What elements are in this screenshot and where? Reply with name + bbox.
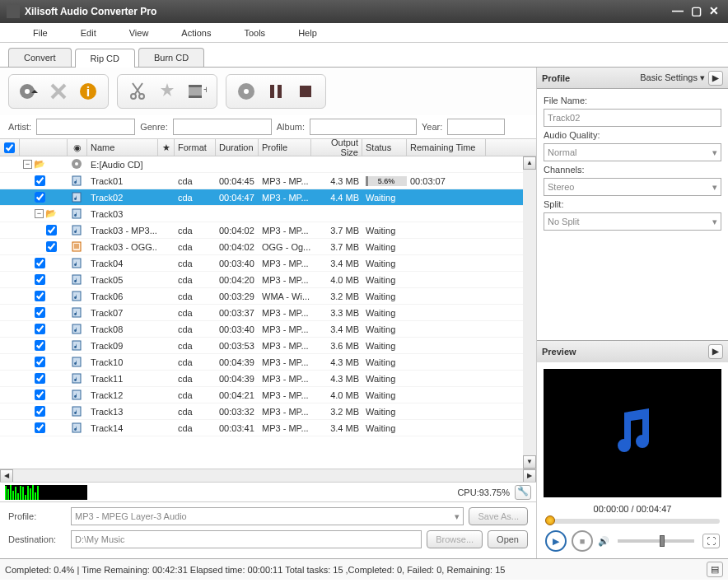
col-profile[interactable]: Profile xyxy=(259,139,311,156)
vertical-scrollbar[interactable]: ▲ ▼ xyxy=(523,156,536,469)
table-row[interactable]: Track12cda00:04:21MP3 - MP...4.0 MBWaiti… xyxy=(0,387,536,403)
table-row[interactable]: Track14cda00:03:41MP3 - MP...3.4 MBWaiti… xyxy=(0,420,536,436)
seek-thumb[interactable] xyxy=(545,515,555,525)
table-row[interactable]: Track02cda00:04:47MP3 - MP...4.4 MBWaiti… xyxy=(0,189,536,206)
row-checkbox[interactable] xyxy=(35,406,45,417)
split-select[interactable]: No Split▾ xyxy=(544,212,721,231)
statusbar-detail-button[interactable]: ▤ xyxy=(707,562,723,577)
table-row[interactable]: Track04cda00:03:40MP3 - MP...3.4 MBWaiti… xyxy=(0,255,536,272)
table-row[interactable]: Track13cda00:03:32MP3 - MP...3.2 MBWaiti… xyxy=(0,403,536,420)
save-as-button[interactable]: Save As... xyxy=(469,507,528,525)
table-row[interactable]: Track07cda00:03:37MP3 - MP...3.3 MBWaiti… xyxy=(0,305,536,321)
profile-collapse-button[interactable]: ▶ xyxy=(708,71,723,86)
row-checkbox[interactable] xyxy=(35,373,45,384)
row-checkbox[interactable] xyxy=(35,274,45,285)
genre-input[interactable] xyxy=(173,119,272,135)
seek-slider[interactable] xyxy=(545,519,720,524)
titlebar[interactable]: Xilisoft Audio Converter Pro — ▢ ✕ xyxy=(0,0,728,23)
table-row[interactable]: Track03 - OGG...cda00:04:02OGG - Og...3.… xyxy=(0,239,536,255)
table-row[interactable]: Track01cda00:04:45MP3 - MP...4.3 MB5.6%0… xyxy=(0,173,536,189)
maximize-button[interactable]: ▢ xyxy=(688,5,703,18)
menu-help[interactable]: Help xyxy=(282,28,334,38)
table-row[interactable]: Track11cda00:04:39MP3 - MP...4.3 MBWaiti… xyxy=(0,371,536,387)
remove-button[interactable] xyxy=(45,78,72,105)
quality-select[interactable]: Normal▾ xyxy=(544,143,721,161)
col-name[interactable]: Name xyxy=(87,139,158,156)
row-checkbox[interactable] xyxy=(35,422,45,433)
pause-button[interactable] xyxy=(263,78,289,105)
table-row[interactable]: Track05cda00:04:20MP3 - MP...4.0 MBWaiti… xyxy=(0,272,536,288)
row-checkbox[interactable] xyxy=(35,258,45,268)
menu-view[interactable]: View xyxy=(113,28,166,38)
destination-input[interactable]: D:\My Music xyxy=(71,530,422,548)
row-checkbox[interactable] xyxy=(35,175,45,186)
year-input[interactable] xyxy=(447,119,505,135)
horizontal-scrollbar[interactable]: ◀ ▶ xyxy=(0,469,536,482)
tree-toggle[interactable]: − xyxy=(23,160,32,169)
row-checkbox[interactable] xyxy=(35,291,45,301)
browse-button[interactable]: Browse... xyxy=(427,530,483,548)
open-button[interactable]: Open xyxy=(488,530,528,548)
disc-dropdown-button[interactable] xyxy=(16,78,42,105)
snapshot-button[interactable]: ⛶ xyxy=(702,534,720,548)
col-remaining[interactable]: Remaining Time xyxy=(407,139,486,156)
row-checkbox[interactable] xyxy=(46,225,57,236)
row-checkbox[interactable] xyxy=(35,389,45,400)
scroll-left-button[interactable]: ◀ xyxy=(0,469,13,483)
table-row[interactable]: Track10cda00:04:39MP3 - MP...4.3 MBWaiti… xyxy=(0,354,536,371)
tree-toggle[interactable]: − xyxy=(35,209,44,218)
row-checkbox[interactable] xyxy=(35,307,45,318)
volume-slider[interactable] xyxy=(618,539,694,543)
close-button[interactable]: ✕ xyxy=(707,5,721,18)
menu-tools[interactable]: Tools xyxy=(227,28,282,38)
row-checkbox[interactable] xyxy=(35,357,45,367)
table-row[interactable]: Track06cda00:03:29WMA - Wi...3.2 MBWaiti… xyxy=(0,288,536,305)
table-row[interactable]: −📂E:[Audio CD] xyxy=(0,156,536,173)
table-row[interactable]: Track03 - MP3...cda00:04:02MP3 - MP...3.… xyxy=(0,222,536,239)
channels-select[interactable]: Stereo▾ xyxy=(544,178,721,196)
tab-burn-cd[interactable]: Burn CD xyxy=(138,48,204,67)
volume-thumb[interactable] xyxy=(660,535,665,547)
col-format[interactable]: Format xyxy=(175,139,216,156)
preview-collapse-button[interactable]: ▶ xyxy=(708,344,723,359)
col-duration[interactable]: Duration xyxy=(216,139,259,156)
tab-convert[interactable]: Convert xyxy=(8,48,72,67)
artist-input[interactable] xyxy=(36,119,135,135)
add-clip-button[interactable]: + xyxy=(184,78,210,105)
col-icon-header[interactable]: ◉ xyxy=(68,139,87,156)
stop-button[interactable] xyxy=(292,78,319,105)
row-checkbox[interactable] xyxy=(46,241,57,252)
menu-file[interactable]: File xyxy=(16,28,64,38)
cut-button[interactable] xyxy=(124,78,151,105)
info-button[interactable]: i xyxy=(75,78,101,105)
scroll-up-button[interactable]: ▲ xyxy=(523,156,536,170)
filename-input[interactable]: Track02 xyxy=(544,109,721,127)
effects-button[interactable] xyxy=(154,78,180,105)
svg-text:i: i xyxy=(86,85,90,99)
table-row[interactable]: −📂Track03 xyxy=(0,206,536,222)
profile-combo[interactable]: MP3 - MPEG Layer-3 Audio▾ xyxy=(71,507,464,525)
select-all-checkbox[interactable] xyxy=(4,142,15,153)
player-stop-button[interactable]: ■ xyxy=(572,530,593,552)
col-star[interactable]: ★ xyxy=(158,139,175,156)
minimize-button[interactable]: — xyxy=(670,5,685,18)
col-output-size[interactable]: Output Size xyxy=(311,139,362,156)
menu-edit[interactable]: Edit xyxy=(64,28,113,38)
scroll-right-button[interactable]: ▶ xyxy=(523,469,536,483)
play-button[interactable]: ▶ xyxy=(545,530,567,552)
rip-button[interactable] xyxy=(233,78,259,105)
table-row[interactable]: Track09cda00:03:53MP3 - MP...3.6 MBWaiti… xyxy=(0,338,536,354)
scroll-down-button[interactable]: ▼ xyxy=(523,455,536,469)
tab-rip-cd[interactable]: Rip CD xyxy=(75,49,135,68)
profile-mode-dropdown[interactable]: Basic Settings ▾ xyxy=(640,72,705,83)
grid-body[interactable]: −📂E:[Audio CD]Track01cda00:04:45MP3 - MP… xyxy=(0,156,536,469)
row-checkbox[interactable] xyxy=(35,192,45,203)
menu-actions[interactable]: Actions xyxy=(165,28,227,38)
settings-wrench-button[interactable]: 🔧 xyxy=(515,485,531,500)
col-status[interactable]: Status xyxy=(362,139,407,156)
row-checkbox[interactable] xyxy=(35,340,45,351)
album-input[interactable] xyxy=(310,119,417,135)
volume-icon[interactable]: 🔊 xyxy=(598,536,609,547)
table-row[interactable]: Track08cda00:03:40MP3 - MP...3.4 MBWaiti… xyxy=(0,321,536,338)
row-checkbox[interactable] xyxy=(35,324,45,334)
